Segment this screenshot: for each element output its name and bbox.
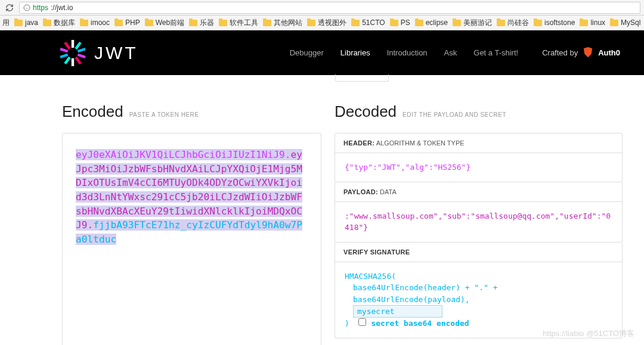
nav-debugger[interactable]: Debugger [290, 48, 324, 57]
svg-rect-11 [75, 56, 81, 64]
payload-json[interactable]: :"www.smallsoup.com","sub":"smallsoup@qq… [335, 202, 622, 242]
bookmark-item[interactable]: Web前端 [145, 18, 184, 28]
bookmark-item[interactable]: java [14, 18, 38, 27]
crafted-brand: Auth0 [598, 48, 620, 57]
svg-rect-8 [60, 53, 68, 58]
bookmark-item[interactable]: imooc [80, 18, 110, 27]
bookmark-item[interactable]: 数据库 [43, 18, 75, 28]
svg-rect-12 [64, 41, 70, 49]
bookmark-item[interactable]: linux [580, 18, 605, 27]
folder-icon [580, 20, 588, 26]
folder-icon [189, 20, 197, 26]
folder-icon [145, 20, 153, 26]
svg-rect-4 [72, 58, 74, 66]
secret-input[interactable] [353, 305, 442, 318]
nav-ask[interactable]: Ask [444, 48, 457, 57]
info-icon [23, 4, 30, 11]
dropdown-stub [0, 75, 644, 82]
url-scheme: https [33, 4, 48, 12]
svg-rect-7 [78, 48, 86, 52]
url-bar[interactable]: https://jwt.io [19, 2, 640, 14]
crafted-label: Crafted by [542, 48, 578, 57]
site-header: JWT Debugger Libraries Introduction Ask … [0, 30, 644, 75]
folder-icon [453, 20, 461, 26]
logo-text: JWT [94, 43, 138, 63]
bookmark-item[interactable]: 透视图外 [307, 18, 346, 28]
folder-icon [80, 20, 88, 26]
encoded-token-box[interactable]: eyJ0eXAiOiJKV1QiLCJhbGciOiJIUzI1NiJ9.eyJ… [62, 133, 321, 345]
bookmark-item[interactable]: MySql [610, 18, 640, 27]
header-panel-label: HEADER: ALGORITHM & TOKEN TYPE [335, 133, 622, 153]
folder-icon [610, 20, 618, 26]
svg-rect-9 [78, 53, 86, 58]
folder-icon [351, 20, 360, 26]
folder-icon [14, 20, 23, 26]
folder-icon [114, 20, 123, 26]
decoded-heading: Decoded EDIT THE PAYLOAD AND SECRET [335, 102, 623, 121]
decoded-payload-panel: PAYLOAD: DATA :"www.smallsoup.com","sub"… [335, 182, 623, 243]
signature-body: HMACSHA256( base64UrlEncode(header) + ".… [335, 262, 622, 338]
folder-icon [307, 20, 315, 26]
bookmark-item[interactable]: 用 [2, 18, 10, 28]
folder-icon [43, 20, 51, 26]
signature-panel-label: VERIFY SIGNATURE [335, 243, 622, 262]
jwt-logo-icon [60, 40, 86, 66]
logo[interactable]: JWT [60, 40, 138, 66]
folder-icon [415, 20, 423, 26]
decoded-signature-panel: VERIFY SIGNATURE HMACSHA256( base64UrlEn… [335, 243, 623, 338]
decoded-column: Decoded EDIT THE PAYLOAD AND SECRET HEAD… [335, 102, 623, 345]
encoded-column: Encoded PASTE A TOKEN HERE eyJ0eXAiOiJKV… [62, 102, 321, 345]
bookmarks-bar: 用java数据库imoocPHPWeb前端乐器软件工具其他网站透视图外51CTO… [0, 15, 644, 30]
main-nav: Debugger Libraries Introduction Ask Get … [290, 48, 518, 57]
bookmark-item[interactable]: eclipse [415, 18, 448, 27]
bookmark-item[interactable]: PS [390, 18, 410, 27]
url-host: ://jwt.io [51, 4, 73, 12]
encoded-subtitle: PASTE A TOKEN HERE [129, 111, 199, 118]
sig-close: ) [345, 319, 349, 328]
bookmark-item[interactable]: isoftstone [534, 18, 575, 27]
secret-base64-label: secret base64 encoded [371, 319, 469, 328]
encoded-token-text[interactable]: eyJ0eXAiOiJKV1QiLCJhbGciOiJIUzI1NiJ9.eyJ… [76, 148, 308, 247]
payload-panel-label: PAYLOAD: DATA [335, 182, 622, 202]
svg-rect-10 [60, 48, 68, 52]
sig-fn: HMACSHA256( [345, 271, 612, 282]
bookmark-item[interactable]: 软件工具 [219, 18, 258, 28]
auth0-shield-icon [583, 47, 593, 59]
decoded-title: Decoded [335, 102, 397, 121]
nav-tshirt[interactable]: Get a T-shirt! [473, 48, 518, 57]
crafted-by[interactable]: Crafted by Auth0 [542, 47, 620, 59]
encoded-heading: Encoded PASTE A TOKEN HERE [62, 102, 321, 121]
bookmark-item[interactable]: 尚硅谷 [497, 18, 529, 28]
sig-line1: base64UrlEncode(header) + "." + [345, 282, 612, 294]
bookmark-item[interactable]: 51CTO [351, 18, 385, 27]
decoded-subtitle: EDIT THE PAYLOAD AND SECRET [402, 111, 506, 118]
secret-base64-checkbox[interactable] [358, 318, 366, 326]
main-content: Encoded PASTE A TOKEN HERE eyJ0eXAiOiJKV… [0, 82, 644, 345]
nav-libraries[interactable]: Libraries [340, 48, 370, 57]
bookmark-item[interactable]: 美丽游记 [453, 18, 492, 28]
folder-icon [497, 20, 505, 26]
encoded-title: Encoded [62, 102, 123, 121]
bookmark-item[interactable]: 其他网站 [263, 18, 302, 28]
browser-toolbar: https://jwt.io [0, 0, 644, 15]
folder-icon [390, 20, 398, 26]
reload-button[interactable] [4, 2, 16, 14]
decoded-header-panel: HEADER: ALGORITHM & TOKEN TYPE {"typ":"J… [335, 133, 623, 182]
token-signature-segment: fjjbA93FTcE71hz_cyIzCUFYdTdyl9hA0w7Pa0lt… [76, 219, 302, 245]
folder-icon [534, 20, 542, 26]
svg-rect-3 [72, 40, 74, 48]
token-header-segment: eyJ0eXAiOiJKV1QiLCJhbGciOiJIUzI1NiJ9 [76, 149, 285, 160]
sig-line2: base64UrlEncode(payload), [345, 294, 612, 306]
nav-introduction[interactable]: Introduction [387, 48, 428, 57]
folder-icon [219, 20, 227, 26]
bookmark-item[interactable]: 乐器 [189, 18, 214, 28]
folder-icon [263, 20, 271, 26]
token-payload-segment: eyJpc3MiOiJzbWFsbHNvdXAiLCJpYXQiOjE1Mjg5… [76, 149, 302, 231]
header-json[interactable]: {"typ":"JWT","alg":"HS256"} [335, 153, 622, 182]
svg-rect-5 [75, 41, 81, 49]
svg-rect-6 [64, 56, 70, 64]
bookmark-item[interactable]: PHP [114, 18, 140, 27]
